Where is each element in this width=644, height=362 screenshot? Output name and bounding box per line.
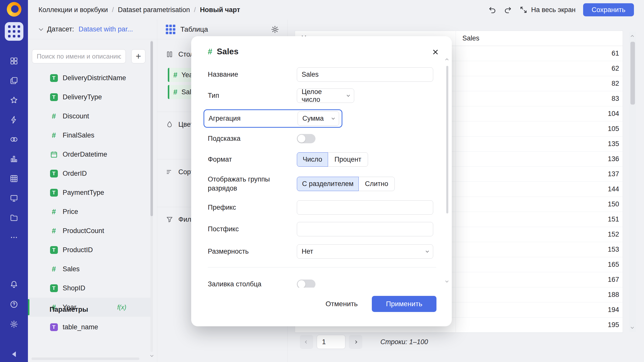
cell-sales: 165 xyxy=(456,257,623,272)
column-header-sales[interactable]: Sales xyxy=(456,31,623,46)
chart-settings-gear-icon[interactable] xyxy=(271,25,279,33)
digit-groups-segmented: С разделителем Слитно xyxy=(297,177,395,191)
field-item-FinalSales[interactable]: #FinalSales xyxy=(28,126,150,145)
row-digit-groups: Отображать группы разрядов С разделителе… xyxy=(208,170,433,198)
sidebar-hscrollbar[interactable] xyxy=(31,357,139,360)
parameters-section: Параметры Ttable_name xyxy=(28,297,150,337)
next-page-button[interactable] xyxy=(349,335,362,349)
groups-option-together[interactable]: Слитно xyxy=(358,177,395,191)
field-name: OrderDatetime xyxy=(63,151,107,158)
field-name: OrderID xyxy=(63,170,87,177)
name-input[interactable] xyxy=(297,67,433,82)
dashboards-icon[interactable] xyxy=(10,194,18,202)
field-name: Discount xyxy=(63,112,89,120)
field-item-table_name[interactable]: Ttable_name xyxy=(28,318,150,337)
apps-grid-icon[interactable] xyxy=(5,22,23,41)
field-item-OrderDatetime[interactable]: OrderDatetime xyxy=(28,145,150,164)
dialog-scrollbar[interactable] xyxy=(446,64,449,275)
help-icon[interactable] xyxy=(10,300,18,308)
more-icon[interactable] xyxy=(10,233,18,242)
add-field-button[interactable]: + xyxy=(131,49,145,63)
field-item-Price[interactable]: #Price xyxy=(28,202,150,221)
breadcrumb-workbook[interactable]: Dataset parametrisation xyxy=(118,6,190,14)
field-item-DeliveryType[interactable]: TDeliveryType xyxy=(28,87,150,107)
digit-groups-label: Отображать группы разрядов xyxy=(208,175,297,193)
collections-icon[interactable] xyxy=(10,76,18,85)
parameters-header: Параметры xyxy=(28,297,150,318)
hint-label: Подсказка xyxy=(208,135,297,143)
type-select[interactable]: Целое число xyxy=(297,88,354,103)
prev-page-button[interactable] xyxy=(300,335,313,349)
undo-icon[interactable] xyxy=(488,6,496,14)
groups-option-separator[interactable]: С разделителем xyxy=(297,177,359,191)
sidebar-scrollbar[interactable] xyxy=(150,40,153,352)
chart-type-label[interactable]: Таблица xyxy=(180,25,208,33)
postfix-input[interactable] xyxy=(297,222,433,236)
favorites-star-icon[interactable] xyxy=(10,96,18,104)
datalens-logo-icon[interactable] xyxy=(7,2,21,17)
number-type-icon: # xyxy=(50,208,58,216)
scroll-down-icon[interactable] xyxy=(445,279,449,283)
field-item-ProductID[interactable]: TProductID xyxy=(28,240,150,259)
widgets-icon[interactable] xyxy=(10,57,18,65)
redo-icon[interactable] xyxy=(504,6,512,14)
field-item-Sales[interactable]: #Sales xyxy=(28,259,150,279)
row-hint: Подсказка xyxy=(208,134,433,143)
lightning-icon[interactable] xyxy=(10,116,18,124)
field-item-DeliveryDistrictName[interactable]: TDeliveryDistrictName xyxy=(28,68,150,87)
grid-dots-icon xyxy=(8,25,20,37)
charts-icon[interactable] xyxy=(10,155,18,163)
hint-toggle[interactable] xyxy=(297,134,315,143)
number-type-icon: # xyxy=(50,227,58,235)
cell-sales: 104 xyxy=(456,106,623,121)
field-item-Discount[interactable]: #Discount xyxy=(28,107,150,126)
settings-gear-icon[interactable] xyxy=(10,320,18,328)
dialog-title: # Sales xyxy=(208,47,238,56)
scrollbar-thumb[interactable] xyxy=(630,42,635,105)
save-button[interactable]: Сохранить xyxy=(583,3,634,16)
field-item-PaymentType[interactable]: TPaymentType xyxy=(28,183,150,202)
cancel-button[interactable]: Отменить xyxy=(319,297,364,311)
app-screen: Коллекции и воркбуки / Dataset parametri… xyxy=(0,0,644,362)
breadcrumb-collections[interactable]: Коллекции и воркбуки xyxy=(38,6,108,14)
scrollbar-thumb[interactable] xyxy=(150,41,153,216)
close-icon[interactable] xyxy=(431,47,440,57)
cell-sales: 194 xyxy=(456,302,623,317)
format-segmented: Число Процент xyxy=(297,152,368,167)
number-type-icon: # xyxy=(50,265,58,273)
notifications-bell-icon[interactable] xyxy=(10,280,18,289)
name-label: Название xyxy=(208,71,297,78)
datasets-icon[interactable] xyxy=(10,174,18,183)
units-select[interactable]: Нет xyxy=(297,244,433,259)
format-option-number[interactable]: Число xyxy=(297,152,328,167)
scrollbar-thumb[interactable] xyxy=(446,66,448,213)
column-fill-toggle[interactable] xyxy=(297,280,315,288)
page-number-input[interactable] xyxy=(317,335,345,349)
dataset-header[interactable]: Датасет: Dataset with par... xyxy=(28,20,157,39)
folder-icon[interactable] xyxy=(10,214,18,222)
field-item-ShopID[interactable]: TShopID xyxy=(28,279,150,298)
row-column-fill: Заливка столбца xyxy=(208,277,433,288)
field-search-input[interactable] xyxy=(32,49,126,63)
fullscreen-button[interactable]: На весь экран xyxy=(519,6,576,14)
expand-icon xyxy=(519,6,528,14)
cell-sales: 151 xyxy=(456,212,623,227)
scroll-up-icon[interactable] xyxy=(445,58,449,62)
field-item-OrderID[interactable]: TOrderID xyxy=(28,164,150,183)
collapse-panel-icon[interactable] xyxy=(12,351,16,357)
rings-icon[interactable] xyxy=(10,135,18,144)
scroll-down-icon[interactable] xyxy=(150,354,153,357)
aggregation-select[interactable]: Сумма xyxy=(298,111,339,126)
field-item-ProductCount[interactable]: #ProductCount xyxy=(28,221,150,240)
field-name: FinalSales xyxy=(63,131,94,139)
string-type-icon: T xyxy=(50,170,58,177)
apply-button[interactable]: Применить xyxy=(372,296,436,312)
chevron-down-icon xyxy=(39,27,43,31)
string-type-icon: T xyxy=(50,246,58,254)
prefix-input[interactable] xyxy=(297,200,433,215)
dataset-name-link[interactable]: Dataset with par... xyxy=(78,25,133,33)
table-scrollbar[interactable] xyxy=(629,32,636,332)
format-option-percent[interactable]: Процент xyxy=(328,152,368,167)
cell-sales: 188 xyxy=(456,287,623,302)
dataset-label: Датасет: xyxy=(47,25,74,33)
